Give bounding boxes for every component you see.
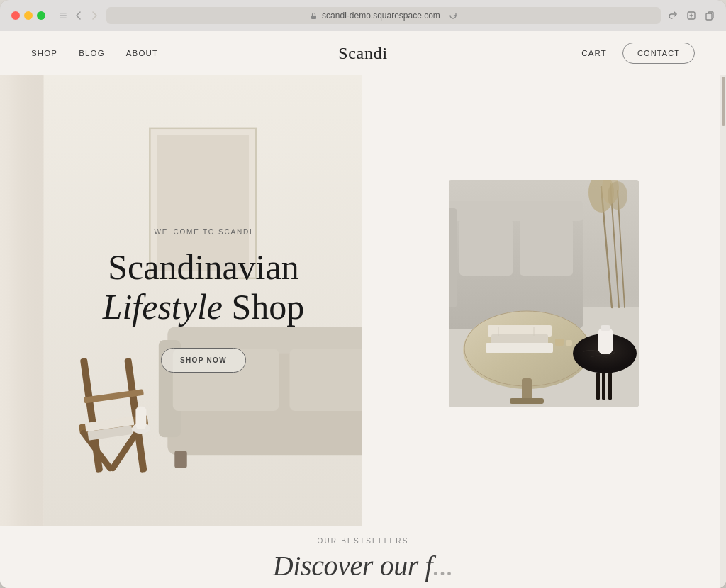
svg-rect-50 bbox=[608, 373, 612, 400]
back-icon[interactable] bbox=[74, 11, 84, 21]
browser-actions bbox=[668, 11, 715, 21]
svg-rect-34 bbox=[449, 201, 583, 221]
close-button[interactable] bbox=[11, 11, 20, 20]
url-text: scandi-demo.squarespace.com bbox=[322, 11, 440, 21]
hero-title-normal: Shop bbox=[223, 287, 304, 327]
reload-icon[interactable] bbox=[449, 11, 457, 20]
hero-right-panel bbox=[362, 75, 726, 526]
bestsellers-label: OUR BESTSELLERS bbox=[0, 537, 726, 545]
nav-logo[interactable]: Scandi bbox=[338, 44, 388, 62]
address-bar[interactable]: scandi-demo.squarespace.com bbox=[106, 7, 661, 24]
hero-subtitle: WELCOME TO SCANDI bbox=[90, 228, 317, 236]
hero-section: WELCOME TO SCANDI Scandinavian Lifestyle… bbox=[0, 75, 726, 526]
svg-rect-55 bbox=[491, 334, 548, 344]
svg-rect-0 bbox=[60, 13, 67, 13]
svg-rect-60 bbox=[566, 340, 572, 346]
svg-rect-51 bbox=[602, 373, 605, 400]
bottom-section: OUR BESTSELLERS Discover our f... bbox=[0, 526, 726, 588]
contact-button[interactable]: CONTACT bbox=[622, 43, 695, 64]
hero-left-panel: WELCOME TO SCANDI Scandinavian Lifestyle… bbox=[0, 75, 362, 526]
scrollbar-track[interactable] bbox=[720, 75, 726, 588]
forward-icon[interactable] bbox=[89, 11, 99, 21]
hero-text-overlay: WELCOME TO SCANDI Scandinavian Lifestyle… bbox=[90, 228, 317, 373]
svg-rect-59 bbox=[555, 339, 564, 346]
nav-cart[interactable]: CART bbox=[581, 49, 607, 57]
svg-rect-7 bbox=[706, 13, 712, 20]
maximize-button[interactable] bbox=[37, 11, 45, 20]
browser-titlebar: scandi-demo.squarespace.com bbox=[0, 0, 726, 31]
scrollbar-thumb[interactable] bbox=[722, 77, 725, 126]
nav-left: SHOP BLOG ABOUT bbox=[31, 49, 158, 57]
shop-now-button[interactable]: SHOP NOW bbox=[161, 348, 246, 373]
traffic-lights bbox=[11, 11, 45, 20]
svg-rect-49 bbox=[596, 373, 600, 400]
svg-rect-53 bbox=[601, 325, 610, 331]
nav-blog[interactable]: BLOG bbox=[79, 49, 105, 57]
nav-shop[interactable]: SHOP bbox=[31, 49, 57, 57]
product-image bbox=[449, 180, 639, 407]
website: SHOP BLOG ABOUT Scandi CART CONTACT bbox=[0, 31, 726, 588]
svg-rect-47 bbox=[510, 398, 544, 404]
svg-rect-52 bbox=[598, 327, 613, 354]
nav-logo-wrapper: Scandi bbox=[338, 44, 388, 63]
new-tab-icon[interactable] bbox=[686, 11, 696, 21]
product-image-svg bbox=[449, 180, 639, 407]
nav-about[interactable]: ABOUT bbox=[126, 49, 158, 57]
bestsellers-title: Discover our f... bbox=[0, 549, 726, 582]
minimize-button[interactable] bbox=[24, 11, 33, 20]
svg-rect-35 bbox=[449, 208, 457, 307]
svg-rect-37 bbox=[520, 219, 573, 276]
copy-icon[interactable] bbox=[705, 11, 715, 21]
hero-title: Scandinavian Lifestyle Shop bbox=[90, 247, 317, 327]
sidebar-icon bbox=[58, 11, 68, 21]
svg-rect-9 bbox=[0, 75, 44, 526]
svg-rect-2 bbox=[60, 18, 67, 18]
svg-rect-19 bbox=[174, 451, 186, 468]
hero-title-line1: Scandinavian bbox=[108, 247, 298, 287]
nav: SHOP BLOG ABOUT Scandi CART CONTACT bbox=[0, 31, 726, 75]
lock-icon bbox=[310, 12, 318, 20]
svg-rect-30 bbox=[135, 407, 146, 429]
svg-rect-56 bbox=[486, 343, 553, 353]
hero-title-italic: Lifestyle bbox=[103, 287, 223, 327]
svg-point-43 bbox=[608, 181, 627, 210]
nav-right: CART CONTACT bbox=[581, 43, 695, 64]
svg-rect-3 bbox=[311, 16, 316, 19]
window-controls bbox=[58, 11, 99, 21]
share-icon[interactable] bbox=[668, 11, 678, 21]
svg-rect-1 bbox=[60, 15, 67, 16]
svg-rect-36 bbox=[459, 219, 513, 276]
